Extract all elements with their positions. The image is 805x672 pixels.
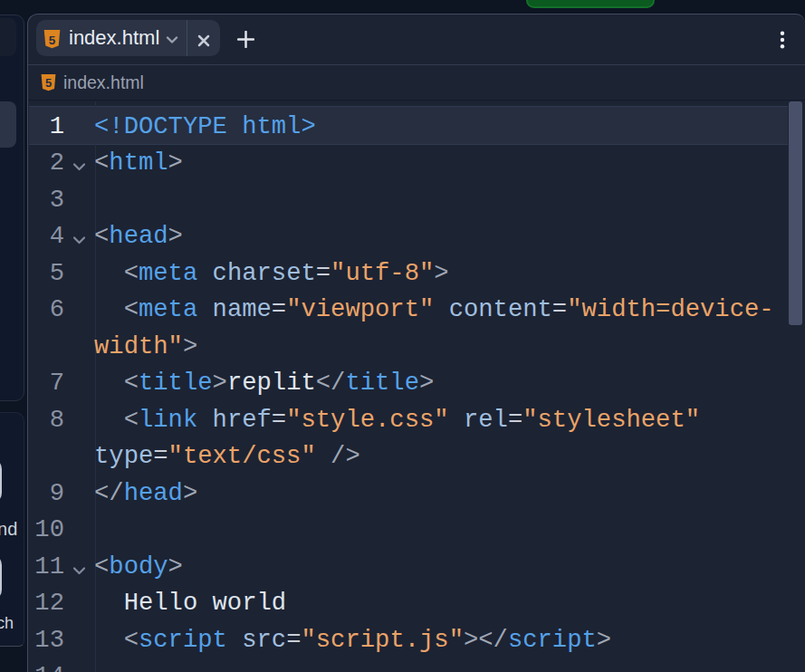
svg-text:5: 5 xyxy=(45,76,52,90)
svg-text:5: 5 xyxy=(49,34,56,47)
